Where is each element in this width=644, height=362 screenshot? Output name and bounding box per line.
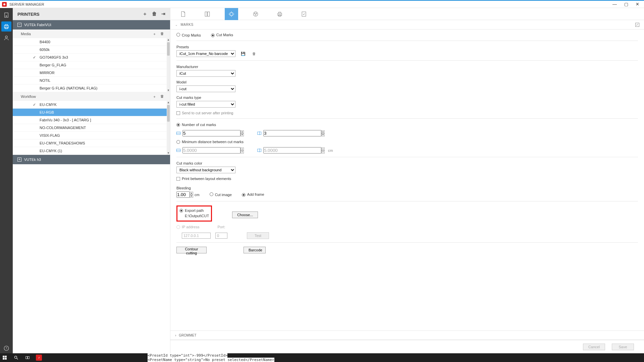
delete-printer-button[interactable]: 🗑: [152, 11, 157, 17]
delete-preset-icon[interactable]: 🗑: [251, 51, 257, 57]
workflow-item[interactable]: EU-CMYK_TRADESHOWS: [13, 139, 170, 147]
taskbar-app-fiery[interactable]: f: [36, 354, 42, 361]
cancel-button[interactable]: Cancel: [583, 344, 605, 350]
svg-rect-9: [208, 12, 210, 16]
print-between-checkbox[interactable]: Print between layout elements: [176, 177, 638, 181]
min-dist-radio[interactable]: Minimum distance between cut marks: [176, 140, 638, 144]
media-list: B4400 6050k GO7048GFS 3x3 Berger G_FLAG …: [13, 38, 170, 92]
chevron-down-icon: ⌄: [175, 23, 178, 26]
send-to-server-checkbox[interactable]: Send to cut server after printing: [176, 111, 638, 115]
ip-input[interactable]: [182, 233, 211, 239]
close-button[interactable]: ✕: [636, 2, 639, 7]
test-button[interactable]: Test: [247, 232, 269, 239]
minimize-button[interactable]: —: [612, 2, 617, 7]
svg-rect-23: [3, 356, 4, 357]
titlebar: SERVER MANAGER — ▢ ✕: [0, 0, 644, 8]
cut-type-select[interactable]: i-cut filled: [176, 101, 235, 108]
sidebar: PRINTERS ＋ 🗑 ⇥ − VUTEk FabriVUi Media ＋🗑…: [13, 8, 170, 353]
workflow-item-active[interactable]: EU-RGB: [13, 109, 170, 116]
workflow-item[interactable]: EU-CMYK: [13, 101, 170, 109]
color-select[interactable]: Black without background: [176, 167, 235, 173]
spinner-buttons[interactable]: ▲▼: [321, 147, 325, 154]
workflow-scrollbar[interactable]: ▲▼: [167, 101, 170, 155]
add-media-button[interactable]: ＋: [153, 32, 156, 37]
min-dist-v-input[interactable]: [263, 147, 321, 154]
tab-layout-icon[interactable]: [201, 8, 214, 20]
num-marks-radio[interactable]: Number of cut marks: [176, 123, 638, 127]
min-dist-h-input[interactable]: [182, 147, 240, 154]
workflow-item[interactable]: VISIX-FLAG: [13, 132, 170, 139]
model-select[interactable]: i-cut: [176, 85, 235, 92]
section-enable-checkbox[interactable]: ✓: [635, 23, 639, 27]
spinner-buttons[interactable]: ▲▼: [190, 192, 193, 198]
rail-printers-icon[interactable]: [1, 21, 11, 32]
printer-row-vutek-h3[interactable]: + VUTEk h3: [13, 155, 170, 164]
save-preset-icon[interactable]: 💾: [240, 51, 246, 57]
num-marks-h-input[interactable]: [182, 130, 240, 136]
export-path-radio[interactable]: Export path: [179, 208, 209, 213]
save-button[interactable]: Save: [612, 344, 634, 350]
cut-marks-radio[interactable]: Cut Marks: [211, 33, 233, 37]
printer-row-vutek-fabrivui[interactable]: − VUTEk FabriVUi: [13, 20, 170, 29]
workflow-item[interactable]: EU-CMYK (1): [13, 147, 170, 155]
cut-image-radio[interactable]: Cut image: [210, 192, 232, 197]
workflow-item[interactable]: FabriVu 340 - 3x3 - [ ACTARG ]: [13, 116, 170, 124]
workflow-item[interactable]: NO-COLORMANAGEMENT: [13, 124, 170, 132]
tab-finishing-icon[interactable]: [225, 8, 238, 20]
add-workflow-button[interactable]: ＋: [153, 94, 156, 99]
media-group-header: Media ＋🗑: [13, 29, 170, 38]
media-item[interactable]: NOTIL: [13, 77, 170, 84]
start-button[interactable]: [1, 354, 8, 361]
bleeding-input[interactable]: [176, 191, 190, 198]
media-item[interactable]: GO7048GFS 3x3: [13, 54, 170, 61]
add-frame-radio[interactable]: Add frame: [242, 192, 264, 197]
spinner-buttons[interactable]: ▲▼: [321, 130, 325, 136]
search-icon[interactable]: [13, 354, 19, 361]
code-line-1: <PresetId type="int">-999</PresetId>: [148, 353, 227, 358]
section-title: GROMMET: [179, 334, 196, 337]
barcode-button[interactable]: Barcode: [244, 247, 266, 253]
maximize-button[interactable]: ▢: [624, 2, 628, 7]
media-item[interactable]: 6050k: [13, 46, 170, 54]
tab-color-icon[interactable]: [249, 8, 262, 20]
tab-printer-icon[interactable]: [273, 8, 286, 20]
delete-workflow-button[interactable]: 🗑: [160, 94, 164, 99]
spinner-buttons[interactable]: ▲▼: [240, 130, 244, 136]
contour-cutting-button[interactable]: Contour cutting: [176, 247, 207, 253]
port-input[interactable]: [215, 233, 227, 239]
svg-point-1: [6, 16, 7, 17]
add-printer-button[interactable]: ＋: [143, 11, 147, 17]
rail-help-icon[interactable]: ?: [1, 343, 11, 353]
tab-verify-icon[interactable]: [297, 8, 311, 20]
sidebar-title: PRINTERS: [17, 12, 40, 17]
media-item[interactable]: Berger G FLAG (NATIONAL FLAG): [13, 84, 170, 92]
marks-section-header[interactable]: ⌄ MARKS ✓: [170, 20, 644, 29]
marks-content: Crop Marks Cut Marks Presets iCut_1cm Fr…: [170, 29, 644, 330]
crop-marks-radio[interactable]: Crop Marks: [176, 33, 201, 37]
horizontal-icon: [176, 132, 180, 135]
spinner-buttons[interactable]: ▲▼: [240, 147, 244, 154]
media-item[interactable]: Berger G_FLAG: [13, 61, 170, 69]
media-item[interactable]: B4400: [13, 38, 170, 46]
delete-media-button[interactable]: 🗑: [160, 32, 164, 37]
svg-point-18: [255, 14, 256, 15]
ip-address-radio[interactable]: IP address: [176, 225, 199, 229]
svg-point-16: [254, 13, 255, 14]
app-icon: [2, 2, 7, 7]
presets-label: Presets: [176, 45, 638, 49]
media-scrollbar[interactable]: ▲▼: [167, 38, 170, 92]
svg-point-27: [14, 356, 17, 358]
choose-button[interactable]: Choose...: [232, 212, 258, 218]
svg-rect-30: [28, 357, 30, 359]
rail-jobs-icon[interactable]: [1, 10, 11, 20]
task-view-icon[interactable]: [24, 354, 31, 361]
manufacturer-select[interactable]: iCut: [176, 70, 235, 77]
tab-file-icon[interactable]: [176, 8, 190, 20]
num-marks-v-input[interactable]: [263, 130, 321, 136]
presets-select[interactable]: iCut_1cm Frame_No barcode: [176, 50, 235, 57]
grommet-section-header[interactable]: › GROMMET: [170, 330, 644, 340]
import-button[interactable]: ⇥: [161, 11, 165, 17]
rail-users-icon[interactable]: [1, 33, 11, 43]
sidebar-header: PRINTERS ＋ 🗑 ⇥: [13, 8, 170, 20]
media-item[interactable]: MIRROR: [13, 69, 170, 77]
